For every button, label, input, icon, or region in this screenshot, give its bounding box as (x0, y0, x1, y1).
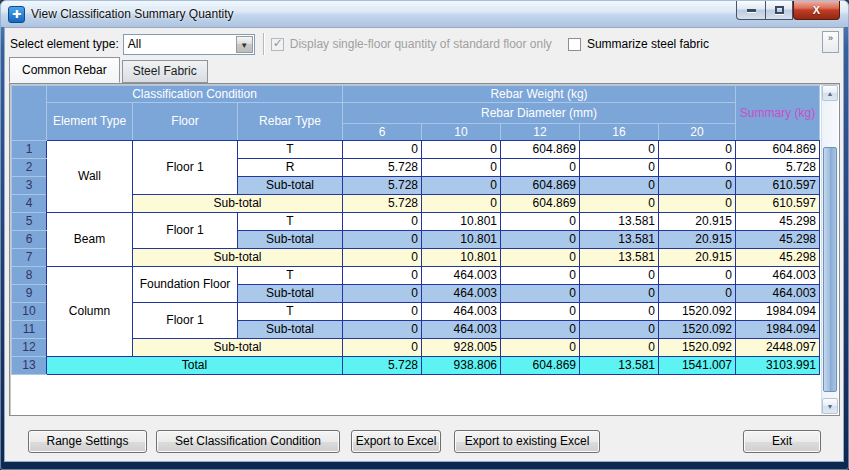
grid-cell: 10.801 (422, 213, 501, 231)
col-header-summary: Summary (kg) (736, 86, 820, 141)
grid-cell: Sub-total (133, 339, 343, 357)
scrollbar-thumb[interactable] (823, 147, 837, 392)
row-number: 13 (12, 357, 47, 375)
grid-cell: 0 (580, 339, 659, 357)
grid-cell: 2448.097 (736, 339, 820, 357)
grid-cell: 0 (659, 267, 736, 285)
app-icon: ✚ (8, 6, 25, 23)
grid-container: Classification Condition Rebar Weight (k… (9, 83, 840, 416)
grid-cell: 1520.092 (659, 339, 736, 357)
row-number: 4 (12, 195, 47, 213)
grid-cell: 0 (343, 141, 422, 159)
scroll-up-button[interactable]: ▲ (822, 85, 838, 101)
scroll-down-button[interactable]: ▼ (822, 398, 838, 414)
grid-cell: Floor 1 (133, 303, 238, 339)
grid-cell: 20.915 (659, 213, 736, 231)
grid-cell: 13.581 (580, 249, 659, 267)
grid-cell: 604.869 (501, 141, 580, 159)
col-header-diameter-20: 20 (659, 124, 736, 141)
grid-cell: 0 (422, 141, 501, 159)
grid-cell: 5.728 (343, 177, 422, 195)
grid-cell: 464.003 (736, 267, 820, 285)
grid-cell: T (238, 267, 343, 285)
toolbar-separator (263, 33, 265, 55)
title-bar[interactable]: ✚ View Classification Summary Quantity X (1, 1, 848, 27)
grid-cell: 0 (343, 339, 422, 357)
grid-cell: 5.728 (736, 159, 820, 177)
grid-cell: 45.298 (736, 231, 820, 249)
range-settings-button[interactable]: Range Settings (28, 430, 147, 453)
grid-cell: 0 (580, 177, 659, 195)
grid-cell: 1984.094 (736, 321, 820, 339)
window-title: View Classification Summary Quantity (31, 7, 234, 21)
grid-cell: T (238, 141, 343, 159)
grid-cell: 5.728 (343, 159, 422, 177)
grid-cell: Sub-total (133, 195, 343, 213)
grid-cell: 0 (659, 285, 736, 303)
col-header-diameter-16: 16 (580, 124, 659, 141)
element-type-select[interactable]: All ▼ (123, 34, 255, 55)
col-header-rebar-type: Rebar Type (238, 103, 343, 141)
row-number: 3 (12, 177, 47, 195)
grid-cell: 0 (501, 159, 580, 177)
grid-cell: 45.298 (736, 249, 820, 267)
col-header-diameter-10: 10 (422, 124, 501, 141)
grid-cell: Beam (47, 213, 133, 267)
chevron-down-icon[interactable]: ▼ (236, 36, 253, 53)
grid-cell: 13.581 (580, 213, 659, 231)
set-classification-condition-button[interactable]: Set Classification Condition (156, 430, 340, 453)
exit-button[interactable]: Exit (743, 430, 821, 453)
grid-cell: Sub-total (238, 321, 343, 339)
element-type-value: All (124, 37, 235, 51)
close-button[interactable]: X (793, 1, 840, 20)
minimize-button[interactable] (736, 1, 765, 20)
grid-cell: 464.003 (422, 303, 501, 321)
grid-cell: 604.869 (501, 357, 580, 375)
grid-cell: 45.298 (736, 213, 820, 231)
col-header-diameter-6: 6 (343, 124, 422, 141)
element-type-label: Select element type: (10, 37, 119, 51)
col-header-diameter-12: 12 (501, 124, 580, 141)
row-number: 11 (12, 321, 47, 339)
vertical-scrollbar[interactable]: ▲ ▼ (821, 85, 838, 414)
table-row: 7Sub-total010.801013.58120.91545.298 (12, 249, 820, 267)
grid-cell: 0 (580, 303, 659, 321)
tab-steel-fabric[interactable]: Steel Fabric (122, 60, 208, 83)
grid-cell: 0 (659, 159, 736, 177)
grid-cell: 604.869 (501, 195, 580, 213)
table-row: 10Floor 1T0464.003001520.0921984.094 (12, 303, 820, 321)
grid-cell: 1520.092 (659, 303, 736, 321)
row-number-header (12, 86, 47, 141)
grid-cell: 5.728 (343, 195, 422, 213)
grid-cell: 0 (580, 285, 659, 303)
grid-cell: 0 (422, 159, 501, 177)
export-to-excel-button[interactable]: Export to Excel (351, 430, 441, 453)
client-area: Select element type: All ▼ Display singl… (4, 27, 844, 462)
grid-cell: 0 (343, 249, 422, 267)
export-to-existing-excel-button[interactable]: Export to existing Excel (454, 430, 600, 453)
steel-fabric-checkbox[interactable] (568, 38, 581, 51)
grid-cell: 5.728 (343, 357, 422, 375)
grid-cell: 604.869 (501, 177, 580, 195)
grid-cell: 928.005 (422, 339, 501, 357)
grid-cell: 0 (580, 321, 659, 339)
row-number: 5 (12, 213, 47, 231)
grid-cell: R (238, 159, 343, 177)
grid-cell: 0 (422, 177, 501, 195)
minimize-icon (747, 9, 756, 12)
tab-common-rebar[interactable]: Common Rebar (9, 57, 120, 83)
single-floor-checkbox-label: Display single-floor quantity of standar… (290, 37, 552, 51)
grid-cell: 0 (501, 321, 580, 339)
maximize-button[interactable] (765, 1, 793, 20)
grid-cell: 20.915 (659, 231, 736, 249)
grid-cell: 0 (501, 213, 580, 231)
grid-cell: 0 (659, 141, 736, 159)
expand-button[interactable]: » (822, 31, 839, 53)
grid-cell: 10.801 (422, 249, 501, 267)
grid-cell: 604.869 (736, 141, 820, 159)
grid-cell: Floor 1 (133, 213, 238, 249)
grid-cell: Foundation Floor (133, 267, 238, 303)
row-number: 10 (12, 303, 47, 321)
tab-strip: Common Rebar Steel Fabric (9, 59, 210, 83)
grid-cell: 464.003 (422, 321, 501, 339)
